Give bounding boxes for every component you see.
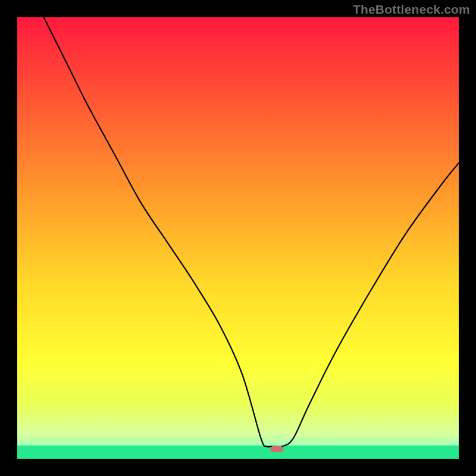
attribution-text: TheBottleneck.com <box>0 2 470 17</box>
plot-background <box>17 17 459 459</box>
green-band <box>17 446 459 459</box>
optimal-point-marker <box>270 446 283 452</box>
chart-frame: TheBottleneck.com <box>0 0 476 476</box>
bottleneck-chart <box>17 17 459 459</box>
